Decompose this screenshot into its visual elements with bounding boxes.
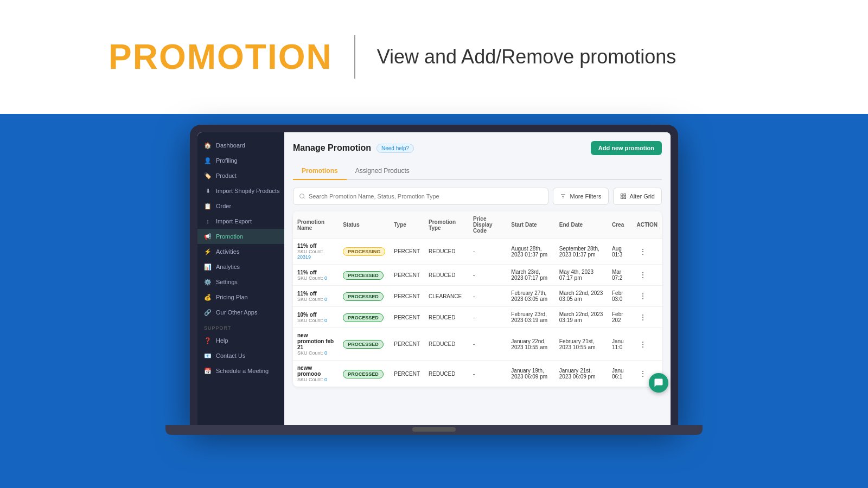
sku-count-value: 0 — [324, 318, 327, 323]
sidebar-item-promotion[interactable]: 📢 Promotion — [197, 229, 284, 244]
cell-type-2: PERCENT — [390, 286, 424, 307]
sku-count: SKU Count: 20319 — [297, 249, 334, 260]
cell-type-4: PERCENT — [390, 328, 424, 361]
sidebar-item-contact-us[interactable]: 📧 Contact Us — [197, 348, 284, 363]
sidebar-label-analytics: Analytics — [216, 264, 240, 270]
title-divider — [354, 35, 355, 79]
cell-status-0: PROCESSING — [339, 239, 390, 265]
sidebar-item-order[interactable]: 📋 Order — [197, 198, 284, 214]
sidebar-item-import-shopify[interactable]: ⬇ Import Shopify Products — [197, 183, 284, 198]
sidebar-item-product[interactable]: 🏷️ Product — [197, 168, 284, 183]
cell-end-date-4: February 21st, 2023 10:55 am — [555, 328, 608, 361]
cell-created-1: Mar 07:2 — [608, 265, 633, 286]
svg-point-0 — [300, 194, 304, 198]
cell-created-5: Janu 06:1 — [608, 361, 633, 387]
action-menu-button[interactable]: ⋮ — [637, 312, 649, 323]
sidebar-item-profiling[interactable]: 👤 Profiling — [197, 153, 284, 168]
tab-promotions[interactable]: Promotions — [293, 163, 347, 180]
page-main-title: PROMOTION — [108, 37, 333, 77]
search-input-wrap — [293, 188, 548, 205]
action-menu-button[interactable]: ⋮ — [637, 269, 649, 280]
sidebar-label-help: Help — [216, 337, 228, 344]
activities-icon: ⚡ — [204, 248, 212, 255]
filter-icon — [560, 193, 566, 200]
cell-start-date-1: March 23rd, 2023 07:17 pm — [507, 265, 554, 286]
svg-rect-6 — [624, 194, 626, 196]
tab-assigned-products[interactable]: Assigned Products — [347, 163, 418, 180]
table-row: 11% off SKU Count: 0 PROCESSED PERCENT C… — [293, 286, 662, 307]
status-badge: PROCESSED — [343, 271, 384, 280]
promotion-name: 11% off — [297, 291, 334, 297]
sidebar-item-import-export[interactable]: ↕ Import Export — [197, 214, 284, 229]
promotion-name: new promotion feb 21 — [297, 332, 334, 350]
cell-created-4: Janu 11:0 — [608, 328, 633, 361]
sidebar-item-analytics[interactable]: 📊 Analytics — [197, 259, 284, 274]
chat-button[interactable] — [649, 373, 668, 393]
sidebar-item-other-apps[interactable]: 🔗 Our Other Apps — [197, 305, 284, 320]
cell-name-0: 11% off SKU Count: 20319 — [293, 239, 339, 265]
pricing-icon: 💰 — [204, 293, 212, 301]
promotions-table: Promotion Name Status Type Promotion Typ… — [293, 211, 662, 387]
laptop-screen: 🏠 Dashboard 👤 Profiling 🏷️ Product ⬇ Imp… — [197, 132, 671, 425]
cell-action-3: ⋮ — [633, 307, 662, 328]
cell-type-0: PERCENT — [390, 239, 424, 265]
sidebar-item-dashboard[interactable]: 🏠 Dashboard — [197, 138, 284, 153]
sku-count: SKU Count: 0 — [297, 297, 334, 302]
search-bar: More Filters Alter Grid — [293, 188, 662, 205]
sidebar-label-product: Product — [216, 172, 237, 179]
cell-created-2: Febr 03:0 — [608, 286, 633, 307]
col-header-price-display: Price Display Code — [469, 211, 507, 239]
profiling-icon: 👤 — [204, 157, 212, 164]
status-badge: PROCESSED — [343, 340, 384, 349]
cell-promo-type-1: REDUCED — [424, 265, 469, 286]
sidebar-item-help[interactable]: ❓ Help — [197, 333, 284, 348]
sidebar-label-import-shopify: Import Shopify Products — [216, 188, 279, 194]
more-filters-button[interactable]: More Filters — [553, 188, 608, 205]
cell-action-4: ⋮ — [633, 328, 662, 361]
sidebar-label-settings: Settings — [216, 279, 238, 285]
alter-grid-button[interactable]: Alter Grid — [613, 188, 662, 205]
sidebar-item-settings[interactable]: ⚙️ Settings — [197, 274, 284, 290]
sidebar-item-pricing-plan[interactable]: 💰 Pricing Plan — [197, 290, 284, 305]
sidebar-item-activities[interactable]: ⚡ Activities — [197, 244, 284, 259]
cell-price-display-0: - — [469, 239, 507, 265]
cell-type-5: PERCENT — [390, 361, 424, 387]
cell-created-3: Febr 202 — [608, 307, 633, 328]
cell-action-0: ⋮ — [633, 239, 662, 265]
cell-promo-type-2: CLEARANCE — [424, 286, 469, 307]
table-row: 10% off SKU Count: 0 PROCESSED PERCENT R… — [293, 307, 662, 328]
need-help-badge[interactable]: Need help? — [376, 144, 414, 153]
sidebar-label-activities: Activities — [216, 248, 239, 255]
grid-icon — [620, 193, 627, 200]
analytics-icon: 📊 — [204, 263, 212, 271]
sku-count: SKU Count: 0 — [297, 318, 334, 323]
cell-promo-type-5: REDUCED — [424, 361, 469, 387]
col-header-type: Type — [390, 211, 424, 239]
search-input[interactable] — [309, 193, 542, 200]
sidebar-item-schedule[interactable]: 📅 Schedule a Meeting — [197, 363, 284, 378]
status-badge: PROCESSED — [343, 313, 384, 322]
sidebar-label-promotion: Promotion — [216, 233, 243, 240]
table-row: new promotion feb 21 SKU Count: 0 PROCES… — [293, 328, 662, 361]
cell-end-date-0: September 28th, 2023 01:37 pm — [555, 239, 608, 265]
promotion-name: 11% off — [297, 243, 334, 249]
tabs-container: Promotions Assigned Products — [293, 163, 662, 180]
blue-background: 🏠 Dashboard 👤 Profiling 🏷️ Product ⬇ Imp… — [0, 114, 868, 488]
svg-rect-8 — [624, 197, 626, 199]
action-menu-button[interactable]: ⋮ — [637, 339, 649, 350]
cell-name-2: 11% off SKU Count: 0 — [293, 286, 339, 307]
action-menu-button[interactable]: ⋮ — [637, 368, 649, 379]
sidebar-label-contact: Contact Us — [216, 352, 245, 359]
product-icon: 🏷️ — [204, 172, 212, 179]
sidebar-label-pricing: Pricing Plan — [216, 294, 248, 300]
col-header-end-date: End Date — [555, 211, 608, 239]
dashboard-icon: 🏠 — [204, 142, 212, 149]
contact-icon: 📧 — [204, 352, 212, 359]
action-menu-button[interactable]: ⋮ — [637, 291, 649, 301]
sku-count: SKU Count: 0 — [297, 377, 334, 382]
action-menu-button[interactable]: ⋮ — [637, 246, 649, 257]
cell-end-date-2: March 22nd, 2023 03:05 am — [555, 286, 608, 307]
promotion-name: neww promooo — [297, 365, 334, 377]
cell-promo-type-4: REDUCED — [424, 328, 469, 361]
add-new-promotion-button[interactable]: Add new promotion — [591, 141, 662, 155]
